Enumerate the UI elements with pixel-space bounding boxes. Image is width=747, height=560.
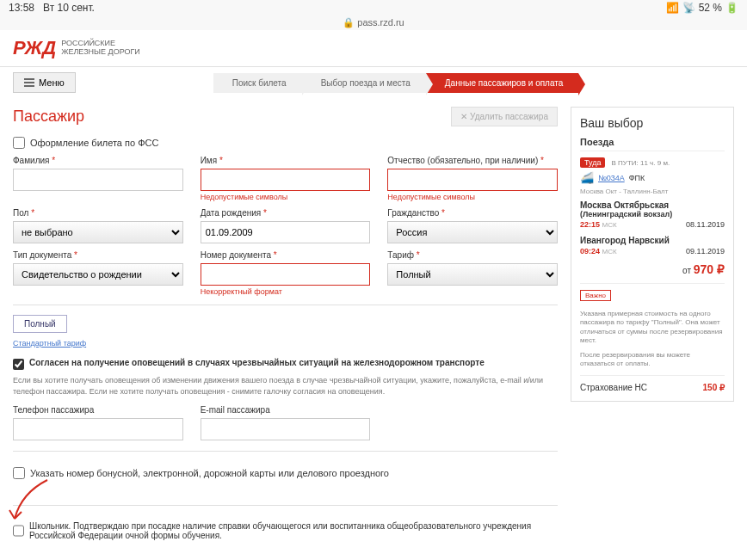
signal-icon: 📶	[666, 2, 679, 14]
doctype-select[interactable]: Свидетельство о рождении	[13, 263, 183, 286]
birthdate-label: Дата рождения *	[201, 208, 371, 218]
status-date: Вт 10 сент.	[43, 2, 95, 14]
status-time: 13:58	[9, 2, 34, 14]
breadcrumb-step-3[interactable]: Данные пассажиров и оплата	[426, 73, 578, 93]
breadcrumb-step-1[interactable]: Поиск билета	[213, 73, 302, 93]
email-input[interactable]	[201, 418, 371, 440]
citizenship-select[interactable]: Россия	[387, 221, 558, 243]
docnumber-label: Номер документа *	[201, 250, 371, 260]
travel-duration: В ПУТИ: 11 ч. 9 м.	[612, 159, 670, 167]
arrival-date: 09.11.2019	[686, 247, 725, 255]
train-number-link[interactable]: №034А	[598, 174, 625, 182]
gender-label: Пол *	[13, 208, 183, 218]
train-carrier: ФПК	[629, 174, 645, 182]
citizenship-label: Гражданство *	[387, 208, 558, 218]
logo[interactable]: РЖД Российские железные дороги	[13, 37, 140, 59]
fss-checkbox[interactable]	[13, 137, 25, 149]
ios-status-bar: 13:58 Вт 10 сент. 📶 📡 52 % 🔋	[0, 0, 747, 15]
warning-badge: Важно	[580, 290, 611, 301]
sidebar-trains-header: Поезда	[580, 137, 725, 151]
tariff-full-button[interactable]: Полный	[13, 315, 67, 333]
docnumber-error: Некорректный формат	[201, 287, 371, 296]
delete-passenger-button[interactable]: ✕ Удалить пассажира	[451, 107, 558, 126]
menu-button[interactable]: Меню	[13, 72, 76, 93]
notifications-consent-text: Согласен на получение оповещений в случа…	[29, 358, 485, 367]
wifi-icon: 📡	[682, 2, 695, 14]
site-header: РЖД Российские железные дороги	[0, 30, 747, 67]
departure-station: Москва Октябрьская	[580, 200, 725, 210]
logo-text: Российские железные дороги	[61, 40, 140, 57]
annotation-arrow-icon	[4, 476, 56, 527]
breadcrumb-step-2[interactable]: Выбор поезда и места	[302, 73, 426, 93]
name-label: Имя *	[201, 156, 371, 165]
address-bar[interactable]: 🔒 pass.rzd.ru	[0, 15, 747, 30]
arrival-time: 09:24	[580, 247, 600, 255]
student-label: Школьник. Подтверждаю при посадке наличи…	[29, 521, 558, 540]
doctype-label: Тип документа *	[13, 250, 183, 260]
price-row: от 970 ₽	[580, 262, 725, 276]
tariff-select[interactable]: Полный	[387, 263, 558, 286]
train-icon: 🚄	[580, 171, 594, 184]
tariff-standard-link[interactable]: Стандартный тариф	[13, 339, 558, 348]
patronymic-label: Отчество (обязательно, при наличии) *	[387, 156, 558, 165]
notifications-consent-checkbox[interactable]	[13, 359, 24, 370]
bonus-card-label: Указать номер бонусной, электронной, дор…	[30, 468, 389, 478]
tariff-label: Тариф *	[387, 250, 558, 260]
breadcrumb: Поиск билета Выбор поезда и места Данные…	[213, 73, 579, 93]
insurance-price: 150 ₽	[703, 383, 725, 392]
battery-text: 52 %	[699, 2, 722, 14]
sidebar-title: Ваш выбор	[580, 116, 725, 130]
phone-label: Телефон пассажира	[13, 405, 183, 415]
page-title: Пассажир	[13, 108, 84, 126]
name-input[interactable]	[201, 169, 371, 191]
your-choice-box: Ваш выбор Поезда Туда В ПУТИ: 11 ч. 9 м.…	[571, 107, 734, 402]
departure-time: 22:15	[580, 220, 600, 229]
phone-input[interactable]	[13, 418, 183, 440]
direction-badge: Туда	[580, 157, 605, 168]
birthdate-input[interactable]	[201, 221, 371, 243]
departure-station-sub: (Ленинградский вокзал)	[580, 210, 725, 218]
email-label: E-mail пассажира	[201, 405, 371, 415]
notifications-consent-subtext: Если вы хотите получать оповещения об из…	[13, 375, 558, 397]
logo-icon: РЖД	[13, 37, 56, 59]
reservation-note: После резервирования вы можете отказатьс…	[580, 351, 725, 369]
gender-select[interactable]: не выбрано	[13, 221, 183, 243]
name-error: Недопустимые символы	[201, 193, 371, 201]
hamburger-icon	[24, 78, 34, 87]
patronymic-error: Недопустимые символы	[387, 193, 558, 201]
battery-icon: 🔋	[725, 2, 738, 14]
surname-label: Фамилия *	[13, 156, 183, 165]
docnumber-input[interactable]	[201, 263, 371, 286]
surname-input[interactable]	[13, 169, 183, 191]
departure-date: 08.11.2019	[686, 220, 725, 229]
insurance-label: Страхование НС	[580, 383, 647, 392]
arrival-station: Ивангород Нарвский	[580, 236, 725, 245]
patronymic-input[interactable]	[387, 169, 558, 191]
fss-label: Оформление билета по ФСС	[30, 138, 158, 148]
route-text: Москва Окт - Таллинн-Балт	[580, 188, 725, 195]
price-note: Указана примерная стоимость на одного па…	[580, 310, 725, 346]
